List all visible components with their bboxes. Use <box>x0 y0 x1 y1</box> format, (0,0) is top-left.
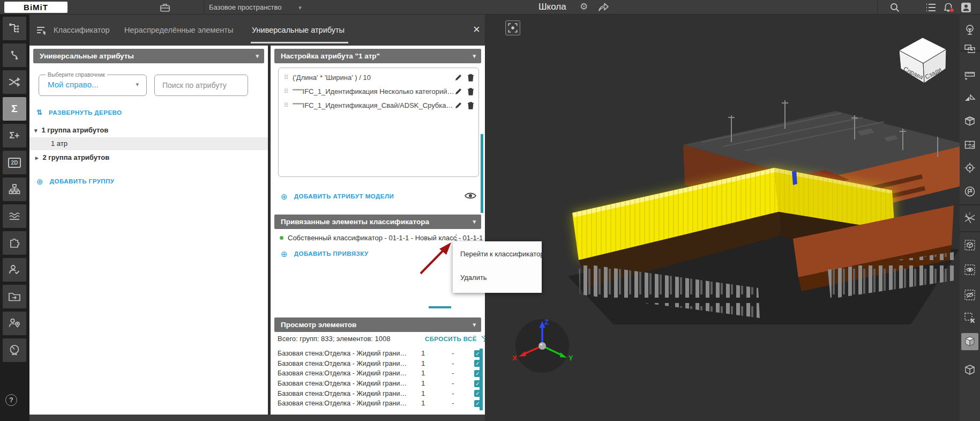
edit-pencil-icon[interactable] <box>454 101 462 109</box>
table-scrollbar[interactable] <box>480 349 483 410</box>
viewport-capture-button[interactable] <box>505 20 520 35</box>
cube-outline-icon[interactable] <box>961 361 978 379</box>
table-row[interactable]: Базовая стена:Отделка - Жидкий гранит 2.… <box>274 398 481 409</box>
drag-handle-icon[interactable]: ⠿ <box>284 102 288 109</box>
delete-trash-icon[interactable] <box>467 87 474 95</box>
axis-grid-icon[interactable]: 12 <box>961 210 978 227</box>
elements-summary: Всего: групп: 833; элементов: 1008 <box>278 335 390 343</box>
2d-view-icon[interactable]: 2D <box>3 151 26 174</box>
table-row[interactable]: Базовая стена:Отделка - Жидкий гранит 2.… <box>274 388 481 398</box>
eye-icon[interactable] <box>465 191 476 200</box>
menu-item-delete[interactable]: Удалить <box>453 267 542 289</box>
show-selection-icon[interactable] <box>961 261 978 278</box>
drag-handle-icon[interactable]: ⠿ <box>284 88 288 95</box>
horizontal-scrollbar[interactable] <box>429 306 451 308</box>
formula-row[interactable]: ⠿ """"IFC_1_Идентификация Несколько кате… <box>279 84 478 98</box>
plugins-puzzle-icon[interactable] <box>3 231 26 255</box>
section-cube-icon[interactable] <box>961 113 978 130</box>
bottom-strip <box>29 415 485 421</box>
delete-trash-icon[interactable] <box>467 101 474 109</box>
add-model-attribute-button[interactable]: ⊕ ДОБАВИТЬ АТРИБУТ МОДЕЛИ <box>281 192 394 202</box>
bound-classifier-header[interactable]: Привязанные элементы классификатора ▾ <box>274 215 481 229</box>
flag-circle-icon[interactable] <box>961 183 978 200</box>
elements-table: Базовая стена:Отделка - Жидкий гранит 2.… <box>274 349 481 409</box>
help-icon[interactable]: ? <box>5 394 17 406</box>
chevron-down-icon: ▾ <box>136 81 139 88</box>
gear-icon[interactable]: ⚙ <box>580 1 592 13</box>
table-row[interactable]: Базовая стена:Отделка - Жидкий гранит 2.… <box>274 359 481 369</box>
notifications-bell-icon[interactable] <box>943 2 955 13</box>
view-cube-icon[interactable] <box>961 333 978 350</box>
focus-target-icon[interactable] <box>961 159 978 176</box>
edit-pencil-icon[interactable] <box>454 87 462 95</box>
panel-scrollbar[interactable] <box>481 134 483 213</box>
edit-pencil-icon[interactable] <box>454 73 462 82</box>
table-row[interactable]: Базовая стена:Отделка - Жидкий гранит 2.… <box>274 349 481 359</box>
dashboard-gauge-icon[interactable] <box>3 338 26 362</box>
relations-branch-icon[interactable] <box>3 43 26 67</box>
attribute-settings-header[interactable]: Настройка атрибута "1 атр" ▾ <box>274 49 481 63</box>
table-row[interactable]: Базовая стена:Отделка - Жидкий гранит 2.… <box>274 379 481 389</box>
hierarchy-icon[interactable] <box>3 178 26 201</box>
table-row[interactable]: Базовая стена:Отделка - Жидкий гранит 2.… <box>274 368 481 379</box>
user-location-icon[interactable] <box>3 312 26 335</box>
elements-view-header[interactable]: Просмотр элементов ▾ <box>274 317 481 332</box>
tree-item-selected[interactable]: 1 атр <box>29 137 268 150</box>
formula-row[interactable]: ⠿ """"IFC_1_Идентификация_Свай/ADSK_Сруб… <box>279 98 478 112</box>
svg-text:2: 2 <box>969 212 970 215</box>
tree-group-1[interactable]: ▾1 группа атрибутов <box>29 126 268 134</box>
app-logo[interactable]: BiMiT <box>4 2 68 13</box>
chevron-right-icon: ▸ <box>35 154 39 161</box>
attribute-settings-panel: Настройка атрибута "1 атр" ▾ ⠿ ('Длина' … <box>271 46 485 415</box>
tree-item-label: 1 атр <box>51 139 68 147</box>
reset-all-button[interactable]: СБРОСИТЬ ВСЁ <box>425 335 491 342</box>
tab-universal-attributes[interactable]: Универсальные атрибуты <box>252 14 345 46</box>
menu-item-goto-classifier[interactable]: Перейти к классификатору <box>453 243 542 265</box>
tab-classifier[interactable]: Классификатор <box>54 14 110 46</box>
left-panel-header[interactable]: Универсальные атрибуты ▾ <box>33 49 264 63</box>
panel-tab-bar: Классификатор Нераспределённые элементы … <box>29 14 485 46</box>
list-icon[interactable] <box>925 3 937 14</box>
user-check-icon[interactable] <box>3 258 26 282</box>
tree-group-2[interactable]: ▸2 группа атрибутов <box>29 153 268 161</box>
briefcase-icon[interactable] <box>159 2 171 13</box>
add-group-button[interactable]: ⊕ ДОБАВИТЬ ГРУППУ <box>36 177 114 187</box>
charts-waves-icon[interactable] <box>3 204 26 228</box>
classifier-tree-icon[interactable] <box>3 17 26 40</box>
add-binding-button[interactable]: ⊕ ДОБАВИТЬ ПРИВЯЗКУ <box>281 249 369 259</box>
drag-handle-icon[interactable]: ⠿ <box>284 74 288 81</box>
formula-text: ('Длина' * 'Ширина' ) / 10 <box>293 73 454 82</box>
environment-tree-icon[interactable] <box>961 21 978 39</box>
clear-selection-icon[interactable] <box>961 309 978 327</box>
delete-trash-icon[interactable] <box>467 73 474 82</box>
viewport-toolbar: 12 <box>960 14 980 421</box>
axis-x-label: X <box>512 354 517 362</box>
reference-select[interactable]: Выберите справочник Мой справо... ▾ <box>39 75 147 96</box>
sigma-plus-icon[interactable]: Σ+ <box>3 124 26 147</box>
sigma-plus-glyph: Σ+ <box>10 131 20 141</box>
plus-circle-icon: ⊕ <box>281 192 288 201</box>
workspace-selector[interactable]: Базовое пространство ▾ <box>209 3 302 11</box>
flip-icon[interactable] <box>961 90 978 107</box>
selection-rectangles-icon[interactable] <box>961 40 978 57</box>
formula-row[interactable]: ⠿ ('Длина' * 'Ширина' ) / 10 <box>279 70 478 84</box>
collapse-menu-icon[interactable] <box>36 26 49 35</box>
expand-tree-button[interactable]: ⇅ РАЗВЕРНУТЬ ДЕРЕВО <box>36 108 122 116</box>
attributes-sigma-icon[interactable]: Σ <box>3 97 26 121</box>
floorplan-icon[interactable] <box>961 136 978 153</box>
close-icon[interactable]: × <box>473 22 480 37</box>
navigation-cube[interactable]: Справа Сзади <box>894 31 953 85</box>
axis-gizmo[interactable]: Z X Y <box>509 314 576 381</box>
share-icon[interactable] <box>598 2 610 14</box>
isolate-selection-icon[interactable] <box>961 237 978 254</box>
left-panel-header-label: Универсальные атрибуты <box>40 52 134 60</box>
hide-selection-icon[interactable] <box>961 286 978 304</box>
user-icon[interactable] <box>961 2 972 14</box>
search-icon[interactable] <box>889 2 901 14</box>
shuffle-icon[interactable] <box>3 70 26 94</box>
folder-share-icon[interactable] <box>3 285 26 308</box>
ruler-icon[interactable] <box>961 67 978 84</box>
tab-unassigned-elements[interactable]: Нераспределённые элементы <box>124 14 233 46</box>
attribute-search-input[interactable] <box>155 75 248 95</box>
viewport-3d[interactable]: Справа Сзади Z X Y <box>485 14 980 421</box>
